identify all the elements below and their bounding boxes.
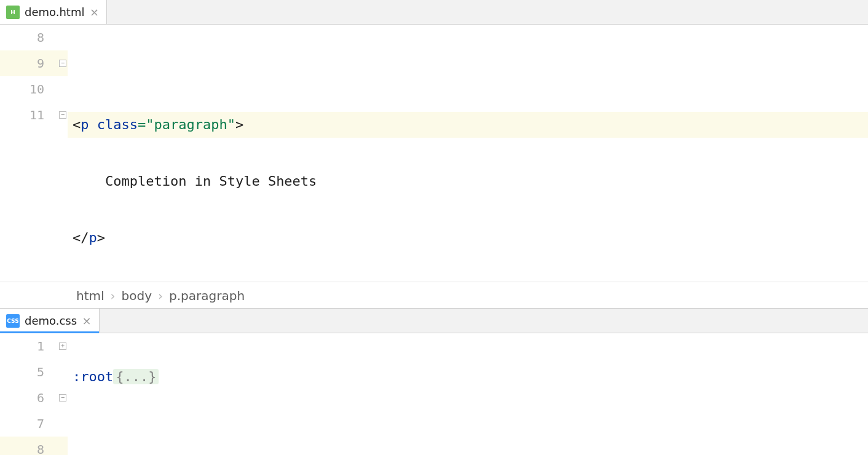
text-content: Completion in Style Sheets [73,173,317,189]
line-number: 1 [0,333,58,359]
line-number: 9 [0,50,58,76]
tab-filename: demo.css [25,314,77,327]
line-number: 8 [0,25,58,50]
fold-handle-icon[interactable]: − [59,394,66,402]
close-icon[interactable]: × [82,316,92,326]
folded-region[interactable]: {...} [113,369,159,384]
gutter-html: 8 9 10 11 [0,25,58,282]
editor-pane-css: CSS demo.css × 1 5 6 7 8 9 10 11 12 13 +… [0,309,868,455]
crumb[interactable]: p.paragraph [169,288,245,303]
crumb[interactable]: html [76,288,105,303]
tab-demo-html[interactable]: H demo.html × [0,0,107,24]
line-number: 6 [0,385,58,411]
line-number: 10 [0,76,58,102]
editor-css[interactable]: 1 5 6 7 8 9 10 11 12 13 + − − :root{...}… [0,333,868,455]
tab-demo-css[interactable]: CSS demo.css × [0,309,100,333]
gutter-css: 1 5 6 7 8 9 10 11 12 13 [0,333,58,455]
fold-expand-icon[interactable]: + [59,342,66,350]
html-file-icon: H [6,6,20,19]
css-file-icon: CSS [6,314,20,328]
code-area-css[interactable]: :root{...} .paragraph { color: rosybrown… [68,333,868,455]
line-number: 7 [0,411,58,437]
line-number: 8 [0,437,58,455]
tab-bar-bottom: CSS demo.css × [0,309,868,333]
line-number: 5 [0,359,58,385]
editor-pane-html: H demo.html × 8 9 10 11 − − <p class="pa… [0,0,868,309]
fold-handle-icon[interactable]: − [59,60,66,67]
tab-bar-top: H demo.html × [0,0,868,25]
close-icon[interactable]: × [89,7,99,17]
line-number: 11 [0,102,58,128]
fold-column: − − [58,25,68,282]
breadcrumbs[interactable]: html›body›p.paragraph [0,282,868,309]
editor-html[interactable]: 8 9 10 11 − − <p class="paragraph"> Comp… [0,25,868,282]
code-area-html[interactable]: <p class="paragraph"> Completion in Styl… [68,25,868,282]
crumb[interactable]: body [122,288,152,303]
fold-handle-icon[interactable]: − [59,111,66,119]
fold-column: + − − [58,333,68,455]
tab-filename: demo.html [25,6,84,18]
